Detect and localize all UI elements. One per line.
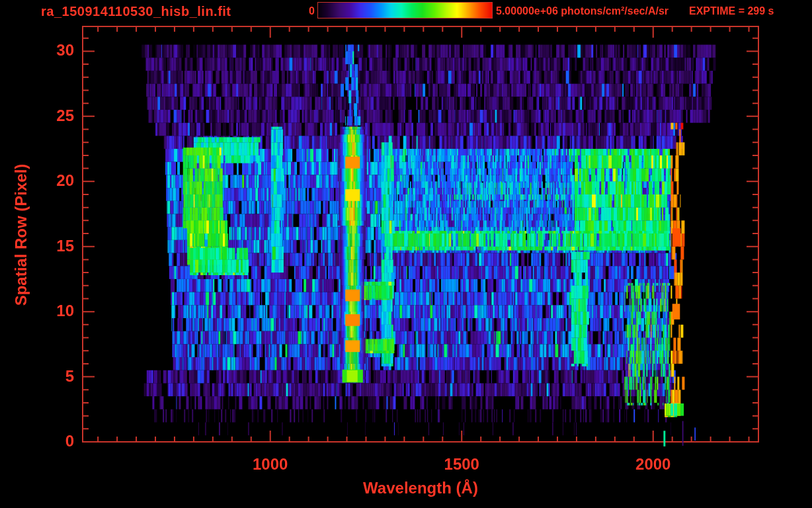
x-axis-title: Wavelength (Å) — [288, 479, 553, 497]
x-tick-label: 1500 — [432, 455, 491, 474]
y-tick-label: 15 — [0, 237, 74, 255]
y-tick-label: 20 — [0, 171, 74, 190]
y-tick-label: 0 — [0, 432, 74, 450]
spectrogram-canvas — [0, 0, 812, 508]
y-axis-title: Spatial Row (Pixel) — [12, 103, 30, 367]
y-tick-label: 25 — [0, 106, 74, 125]
y-tick-label: 5 — [0, 367, 74, 386]
colorbar-min-label: 0 — [298, 5, 315, 17]
colorbar-max-label: 5.00000e+06 photons/cm²/sec/A/sr — [496, 5, 669, 17]
filename-title: ra_150914110530_hisb_lin.fit — [41, 4, 231, 19]
x-tick-label: 2000 — [624, 455, 683, 474]
x-tick-label: 1000 — [241, 455, 300, 474]
fits-quicklook-viewer: ra_150914110530_hisb_lin.fit 0 5.00000e+… — [0, 0, 812, 508]
y-tick-label: 10 — [0, 302, 74, 320]
y-tick-label: 30 — [0, 41, 74, 60]
exptime-label: EXPTIME = 299 s — [689, 5, 774, 17]
